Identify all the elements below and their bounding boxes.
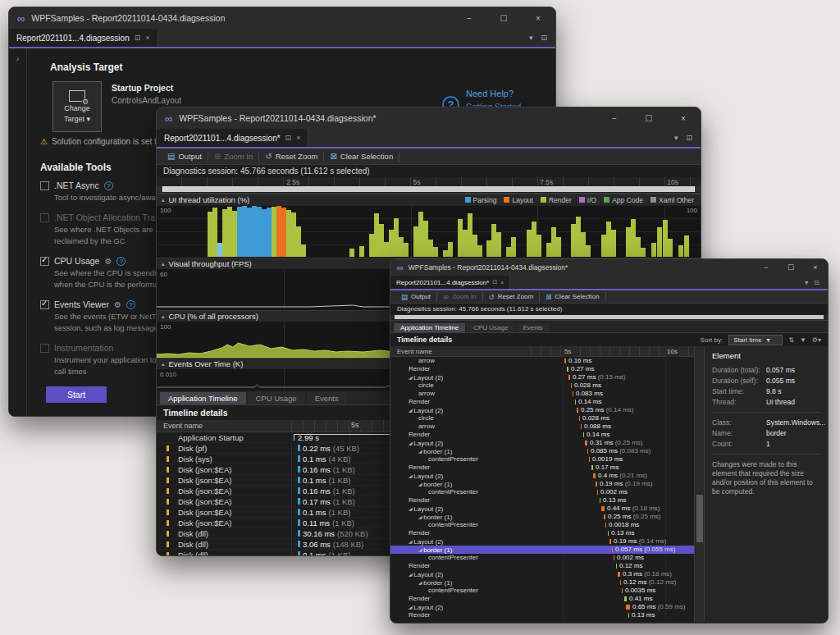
timeline-event-row[interactable]: border (1) 0.057 ms (0.055 ms): [390, 546, 694, 554]
timeline-event-row[interactable]: contentPresenter 0.002 ms: [390, 488, 694, 496]
timeline-event-row[interactable]: arrow 0.16 ms: [390, 357, 694, 365]
collapse-icon[interactable]: ▴: [162, 361, 165, 368]
dock-icon[interactable]: ⊡: [135, 34, 141, 42]
timeline-event-row[interactable]: Layout (2) 0.44 ms (0.18 ms): [390, 505, 694, 513]
start-button[interactable]: Start: [46, 386, 107, 403]
sort-direction-icon[interactable]: ⇅: [788, 336, 794, 344]
timeline-event-row[interactable]: contentPresenter 0.0019 ms: [390, 455, 694, 464]
chevron-right-icon[interactable]: ›: [16, 53, 20, 63]
timeline-event-row[interactable]: Layout (2) 0.31 ms (0.25 ms): [390, 439, 694, 447]
toolbar-button[interactable]: ↺ Reset Zoom: [259, 148, 323, 164]
timeline-event-row[interactable]: border (1) 0.085 ms (0.083 ms): [390, 447, 694, 455]
selected-range[interactable]: [395, 315, 823, 319]
tool-checkbox[interactable]: [40, 213, 49, 222]
timeline-event-row[interactable]: border (1) 0.25 ms (0.25 ms): [390, 513, 694, 521]
timeline-event-row[interactable]: arrow 0.088 ms: [390, 423, 694, 431]
timeline-event-row[interactable]: Layout (2) 0.27 ms (0.15 ms): [390, 373, 694, 381]
event-name-column-header[interactable]: Event name: [390, 348, 432, 355]
selected-range[interactable]: [162, 186, 696, 192]
sort-by-dropdown[interactable]: Start time▾: [728, 335, 783, 345]
timeline-event-row[interactable]: Render 0.41 ms: [390, 595, 694, 603]
tab-close-icon[interactable]: ×: [296, 134, 300, 142]
settings-gear-icon[interactable]: ⚙▾: [812, 336, 821, 344]
timeline-event-row[interactable]: contentPresenter 0.002 ms: [390, 554, 694, 562]
scrollbar-thumb[interactable]: [696, 495, 703, 541]
toolbar-button[interactable]: ⊠ Clear Selection: [324, 148, 399, 164]
info-icon[interactable]: ?: [116, 257, 126, 266]
titlebar[interactable]: ∞ WPFSamples - Report20211014-0434.diags…: [9, 7, 555, 29]
collapsed-sidebar[interactable]: ›: [9, 48, 27, 416]
timeline-ruler[interactable]: 2.5s5s7.5s10s: [157, 177, 701, 194]
tool-tab[interactable]: Application Timeline: [394, 323, 465, 332]
close-button[interactable]: ×: [666, 107, 701, 129]
toolbar-button[interactable]: ↺ Reset Zoom: [483, 290, 540, 303]
tool-checkbox[interactable]: [40, 181, 49, 190]
close-button[interactable]: ×: [803, 259, 828, 276]
minimize-button[interactable]: −: [452, 7, 486, 29]
collapse-icon[interactable]: ▴: [162, 313, 165, 320]
timeline-event-row[interactable]: Render 0.13 ms: [390, 496, 694, 505]
timeline-event-row[interactable]: Render 0.12 ms: [390, 562, 694, 570]
tool-checkbox[interactable]: [40, 344, 49, 353]
timeline-event-row[interactable]: arrow 0.083 ms: [390, 390, 694, 398]
info-icon[interactable]: ?: [126, 300, 135, 309]
tab-list-dropdown-icon[interactable]: ▾: [529, 34, 533, 42]
gear-icon[interactable]: ⚙: [104, 257, 112, 266]
minimize-button[interactable]: −: [597, 107, 632, 129]
timeline-event-row[interactable]: contentPresenter 0.0035 ms: [390, 587, 694, 595]
titlebar[interactable]: ∞ WPFSamples - Report20211014-0434.diags…: [390, 259, 828, 276]
timeline-event-row[interactable]: border (1) 0.19 ms (0.19 ms): [390, 480, 694, 488]
timeline-event-row[interactable]: Render 0.14 ms: [390, 431, 694, 439]
minimize-button[interactable]: −: [754, 259, 778, 276]
float-icon[interactable]: ⊡: [686, 134, 692, 142]
change-target-button[interactable]: Change Target ▾: [52, 81, 102, 132]
document-tab[interactable]: Report2021101...4.diagsession ⊡ ×: [9, 29, 158, 47]
document-tab[interactable]: Report2021101...4.diagsession* ⊡ ×: [157, 129, 308, 147]
timeline-event-row[interactable]: Render 0.14 ms: [390, 398, 694, 406]
timeline-event-row[interactable]: Render 0.17 ms: [390, 464, 694, 472]
timeline-event-row[interactable]: contentPresenter 0.0018 ms: [390, 521, 694, 529]
selection-track[interactable]: [157, 186, 701, 192]
tool-checkbox[interactable]: [40, 257, 49, 266]
vertical-scrollbar[interactable]: [694, 346, 704, 622]
timeline-event-row[interactable]: circle 0.028 ms: [390, 381, 694, 390]
tool-checkbox[interactable]: [40, 300, 49, 309]
timeline-event-row[interactable]: Render 0.13 ms: [390, 529, 694, 537]
timeline-event-row[interactable]: Layout (2) 0.25 ms (0.14 ms): [390, 406, 694, 414]
close-button[interactable]: ×: [521, 7, 555, 29]
selection-track[interactable]: [390, 314, 828, 321]
maximize-button[interactable]: ☐: [486, 7, 521, 29]
gear-icon[interactable]: ⚙: [114, 300, 121, 309]
collapse-icon[interactable]: ▴: [162, 261, 165, 267]
tab-close-icon[interactable]: ×: [145, 34, 149, 42]
event-name-column-header[interactable]: Event name: [157, 420, 292, 432]
tab-list-dropdown-icon[interactable]: ▾: [805, 279, 808, 286]
timeline-event-row[interactable]: Layout (2) 0.3 ms (0.18 ms): [390, 570, 694, 578]
tab-close-icon[interactable]: ×: [500, 280, 504, 286]
tab-list-dropdown-icon[interactable]: ▾: [674, 134, 678, 142]
toolbar-button[interactable]: ▤ Output: [162, 148, 208, 164]
dock-icon[interactable]: ⊡: [492, 279, 497, 286]
timeline-event-row[interactable]: Render 0.27 ms: [390, 365, 694, 373]
maximize-button[interactable]: ☐: [778, 259, 803, 276]
filter-icon[interactable]: ▼: [800, 336, 806, 344]
float-icon[interactable]: ⊡: [541, 34, 547, 42]
titlebar[interactable]: ∞ WPFSamples - Report20211014-0434.diags…: [157, 107, 701, 129]
toolbar-button[interactable]: ⊠ Clear Selection: [540, 290, 605, 303]
maximize-button[interactable]: ☐: [632, 107, 666, 129]
tool-tab[interactable]: CPU Usage: [248, 392, 305, 404]
ui-thread-chart-header[interactable]: ▴ UI thread utilization (%) ParsingLayou…: [157, 194, 701, 205]
ui-thread-utilization-chart[interactable]: 100 100: [157, 205, 701, 258]
timeline-event-row[interactable]: border (1) 0.12 ms (0.12 ms): [390, 578, 694, 587]
document-tab[interactable]: Report2021101...4.diagsession* ⊡ ×: [390, 276, 510, 289]
tool-tab[interactable]: Events: [307, 392, 347, 404]
tool-tab[interactable]: Application Timeline: [160, 392, 246, 404]
tool-tab[interactable]: CPU Usage: [467, 323, 514, 332]
collapse-icon[interactable]: ▴: [162, 197, 165, 203]
timeline-event-row[interactable]: Render 0.13 ms: [390, 611, 694, 619]
dock-icon[interactable]: ⊡: [285, 134, 292, 142]
toolbar-button[interactable]: ⊕ Zoom In: [437, 290, 482, 303]
info-icon[interactable]: ?: [104, 181, 113, 190]
timeline-event-row[interactable]: circle 0.028 ms: [390, 414, 694, 423]
toolbar-button[interactable]: ⊕ Zoom In: [208, 148, 258, 164]
